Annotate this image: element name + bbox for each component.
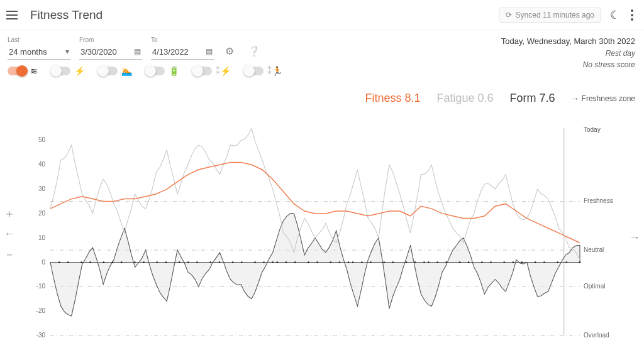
switch-power[interactable] [52,67,70,75]
svg-point-39 [263,261,265,263]
svg-text:10: 10 [38,234,46,241]
svg-text:40: 40 [38,161,46,168]
svg-point-28 [143,261,145,263]
battery-icon: 🔋 [169,66,179,76]
switch-battery[interactable] [146,67,165,75]
page-title: Fitness Trend [30,8,499,22]
svg-point-43 [294,261,296,263]
pan-left-button[interactable]: ← [4,227,15,241]
range-last-field[interactable]: Last 24 months ▾ [8,36,70,60]
hr-run-icon: ⁑🏃 [267,66,282,76]
svg-point-58 [436,261,438,263]
power-icon: ⚡ [74,66,85,76]
svg-point-50 [361,261,363,263]
range-last-label: Last [8,36,70,43]
arrow-right-icon: → [572,94,579,103]
svg-text:30: 30 [38,185,46,192]
top-bar: Fitness Trend ⟳ Synced 11 minutes ago ☾ [0,0,644,30]
svg-point-60 [459,261,461,263]
zoom-out-button[interactable]: － [4,247,15,262]
svg-point-25 [112,261,114,263]
refresh-icon: ⟳ [506,11,512,19]
svg-point-69 [557,261,558,263]
today-info: Today, Wednesday, March 30th 2022 Rest d… [501,35,635,70]
svg-point-30 [165,261,167,263]
metric-form: Form 7.6 [510,92,555,105]
svg-point-26 [121,261,123,263]
range-to-label: To [151,36,214,43]
metric-fitness: Fitness 8.1 [365,92,420,105]
freshness-zone-label: Freshness zone [582,94,635,103]
svg-point-35 [219,261,221,263]
svg-point-33 [196,261,198,263]
svg-point-29 [156,261,158,263]
svg-point-21 [67,261,69,263]
pan-right-button[interactable]: → [629,231,640,244]
range-from-field[interactable]: From 3/30/2020 ▤ [79,36,142,60]
svg-point-57 [428,261,430,263]
settings-button[interactable]: ⚙ [223,43,236,60]
svg-point-64 [503,261,505,263]
svg-point-51 [370,261,372,263]
switch-swim[interactable] [99,67,118,75]
metric-summary: Fitness 8.1 Fatigue 0.6 Form 7.6 → Fresh… [365,92,635,105]
svg-point-59 [445,261,447,263]
toggle-swim[interactable]: 🏊 [99,66,132,76]
zoom-in-button[interactable]: ＋ [4,206,15,221]
fitness-chart[interactable]: 50403020100-10-20-30FreshnessNeutralOpti… [23,124,621,342]
svg-point-71 [579,261,581,263]
sync-status-button[interactable]: ⟳ Synced 11 minutes ago [499,8,601,23]
svg-point-63 [490,261,492,263]
svg-point-55 [414,261,416,263]
switch-hr-power[interactable] [193,67,212,75]
svg-point-65 [513,261,514,263]
sync-status-text: Synced 11 minutes ago [516,11,594,19]
svg-point-46 [330,261,331,263]
svg-point-66 [521,261,523,263]
svg-point-23 [89,261,91,263]
toggle-battery[interactable]: 🔋 [146,66,179,76]
svg-point-48 [348,261,350,263]
range-last-value[interactable]: 24 months [8,45,70,60]
hamburger-menu-icon[interactable] [6,8,21,23]
toggle-hr-run[interactable]: ⁑🏃 [245,66,282,76]
form-series [50,214,580,316]
switch-fitness[interactable] [8,67,26,75]
swim-icon: 🏊 [121,66,132,76]
svg-text:-30: -30 [36,332,46,339]
svg-point-62 [481,261,483,263]
svg-point-36 [232,261,234,263]
svg-point-40 [272,261,274,263]
more-menu-button[interactable] [626,9,638,21]
svg-point-34 [209,261,211,263]
svg-point-45 [316,261,318,263]
svg-point-41 [277,261,279,263]
svg-point-47 [339,261,341,263]
svg-text:0: 0 [42,259,45,266]
metric-fatigue: Fatigue 0.6 [437,92,494,105]
svg-point-42 [286,261,287,263]
svg-point-67 [535,261,536,263]
svg-point-44 [308,261,309,263]
range-to-value[interactable]: 4/13/2022 [151,45,214,60]
range-to-field[interactable]: To 4/13/2022 ▤ [151,36,214,60]
switch-hr-run[interactable] [245,67,264,75]
hr-power-icon: ⁑⚡ [216,66,231,76]
range-from-value[interactable]: 3/30/2020 [79,45,142,60]
svg-point-49 [352,261,354,263]
freshness-zone-button[interactable]: → Freshness zone [572,94,635,103]
svg-point-68 [543,261,545,263]
help-button[interactable]: ❔ [245,43,263,60]
svg-text:Overload: Overload [584,332,609,339]
toggle-power[interactable]: ⚡ [52,66,85,76]
toggle-fitness[interactable]: ≋ [8,66,38,76]
svg-text:20: 20 [38,210,46,217]
svg-point-61 [468,261,470,263]
dark-mode-toggle[interactable]: ☾ [610,8,620,22]
today-date: Today, Wednesday, March 30th 2022 [501,35,635,48]
svg-point-20 [58,261,60,263]
toggle-hr-power[interactable]: ⁑⚡ [193,66,231,76]
svg-point-53 [392,261,394,263]
svg-text:50: 50 [38,136,46,143]
today-rest: Rest day [501,48,635,59]
